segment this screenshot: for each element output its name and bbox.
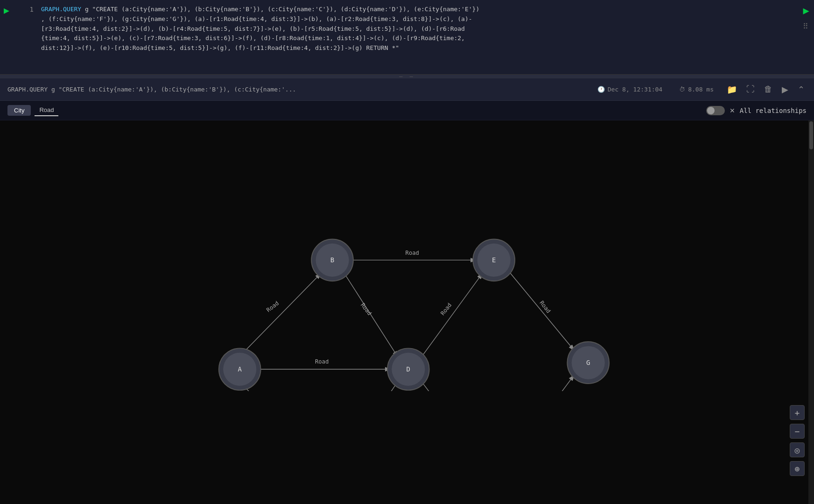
query-editor: ▶ 1 GRAPH.QUERY g "CREATE (a:City{name:'… [0, 0, 814, 75]
toggle-knob [707, 107, 715, 114]
edge-label-d-e: Road [439, 302, 453, 317]
edge-label-b-e: Road [406, 250, 419, 256]
zoom-out-button[interactable]: − [790, 424, 805, 439]
collapse-button[interactable]: ⌃ [796, 83, 807, 97]
edge-a-b [240, 273, 321, 356]
node-e-label: E [492, 256, 496, 264]
edge-label-a-b: Road [265, 300, 280, 314]
result-actions: 📁 ⛶ 🗑 ▶ ⌃ [725, 83, 807, 97]
fullscreen-button[interactable]: ⛶ [744, 83, 757, 96]
edge-d-c [344, 381, 398, 391]
filter-label: All relationships [740, 107, 807, 114]
edge-label-a-d: Road [315, 358, 329, 365]
result-execution-time: ⏱ 8.08 ms [679, 86, 714, 93]
delete-button[interactable]: 🗑 [762, 83, 774, 96]
scrollbar-thumb [809, 121, 813, 149]
tabs-right: ✕ All relationships [706, 106, 807, 115]
line-number: 1 [13, 5, 41, 13]
run-button-top[interactable]: ▶ [0, 5, 13, 16]
replay-button[interactable]: ▶ [780, 83, 790, 97]
right-controls: ▶ ⠿ [803, 5, 809, 31]
save-button[interactable]: 📁 [725, 83, 739, 97]
edge-b-d [344, 273, 398, 357]
result-query-preview: GRAPH.QUERY g "CREATE (a:City{name:'A'})… [7, 86, 592, 93]
zoom-fit-button[interactable]: ⊕ [790, 461, 805, 476]
tabs-bar: City Road ✕ All relationships [0, 101, 814, 120]
tab-city[interactable]: City [7, 105, 31, 116]
edge-e-g [510, 273, 574, 350]
zoom-controls: + − ◎ ⊕ [790, 405, 805, 476]
query-body: g "CREATE (a:City{name:'A'}), (b:City{na… [41, 6, 479, 51]
result-timestamp: 🕐 Dec 8, 12:31:04 [597, 86, 662, 93]
graph-canvas[interactable]: Road Road Road Road Road Road Road Road [0, 120, 814, 504]
panel-divider[interactable]: — — [0, 75, 814, 78]
result-panel: GRAPH.QUERY g "CREATE (a:City{name:'A'})… [0, 78, 814, 504]
query-keyword: GRAPH.QUERY [41, 6, 81, 13]
edge-d-e [421, 273, 483, 357]
node-g-label: G [586, 359, 590, 366]
query-text[interactable]: GRAPH.QUERY g "CREATE (a:City{name:'A'})… [41, 5, 814, 53]
edge-f-g [510, 375, 574, 391]
tab-road[interactable]: Road [35, 105, 58, 116]
edge-d-f [421, 381, 483, 391]
edge-label-e-g: Road [538, 300, 552, 315]
graph-svg: Road Road Road Road Road Road Road Road [0, 120, 814, 391]
zoom-reset-button[interactable]: ◎ [790, 442, 805, 457]
run-button-right[interactable]: ▶ [803, 5, 809, 16]
node-a-label: A [238, 365, 242, 373]
close-filter-button[interactable]: ✕ [730, 107, 735, 114]
timer-icon: ⏱ [679, 86, 685, 93]
scrollbar[interactable] [808, 120, 814, 504]
node-b-label: B [330, 256, 334, 264]
clock-icon: 🕐 [597, 86, 605, 93]
tabs-left: City Road [7, 105, 58, 116]
result-header: GRAPH.QUERY g "CREATE (a:City{name:'A'})… [0, 78, 814, 101]
filter-toggle[interactable] [706, 106, 725, 115]
node-d-label: D [407, 365, 410, 373]
more-options-icon[interactable]: ⠿ [803, 22, 809, 31]
zoom-in-button[interactable]: + [790, 405, 805, 420]
